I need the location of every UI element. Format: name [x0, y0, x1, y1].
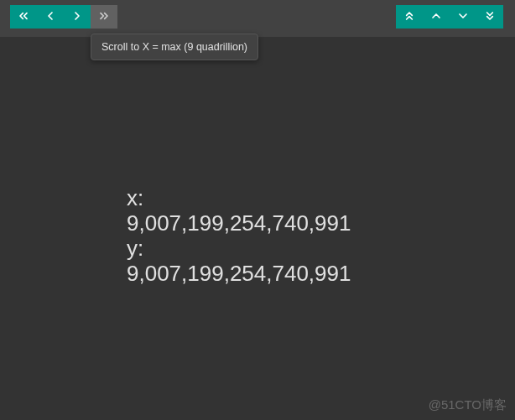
- vertical-scroll-group: [396, 5, 503, 29]
- chevrons-left-icon: [17, 9, 30, 25]
- scroll-x-max-button[interactable]: [91, 5, 117, 29]
- chevron-right-icon: [70, 9, 84, 25]
- x-label: x:: [127, 186, 351, 211]
- scroll-y-min-button[interactable]: [396, 5, 423, 29]
- tooltip: Scroll to X = max (9 quadrillion): [91, 34, 258, 60]
- chevron-up-icon: [429, 9, 443, 25]
- horizontal-scroll-group: [10, 5, 117, 29]
- scroll-y-max-button[interactable]: [476, 5, 503, 29]
- scroll-y-prev-button[interactable]: [423, 5, 450, 29]
- toolbar: [0, 0, 515, 37]
- coordinates-display: x: 9,007,199,254,740,991 y: 9,007,199,25…: [127, 186, 351, 287]
- scroll-y-next-button[interactable]: [450, 5, 476, 29]
- scroll-x-min-button[interactable]: [10, 5, 37, 29]
- chevron-down-icon: [456, 9, 470, 25]
- scroll-x-prev-button[interactable]: [37, 5, 64, 29]
- chevrons-down-icon: [483, 9, 497, 25]
- scroll-x-next-button[interactable]: [64, 5, 91, 29]
- tooltip-text: Scroll to X = max (9 quadrillion): [101, 41, 247, 53]
- y-label: y:: [127, 236, 351, 262]
- chevrons-up-icon: [403, 9, 416, 25]
- x-value: 9,007,199,254,740,991: [127, 211, 351, 236]
- y-value: 9,007,199,254,740,991: [127, 262, 351, 287]
- watermark: @51CTO博客: [429, 397, 507, 413]
- chevron-left-icon: [44, 9, 57, 25]
- chevrons-right-icon: [97, 9, 111, 25]
